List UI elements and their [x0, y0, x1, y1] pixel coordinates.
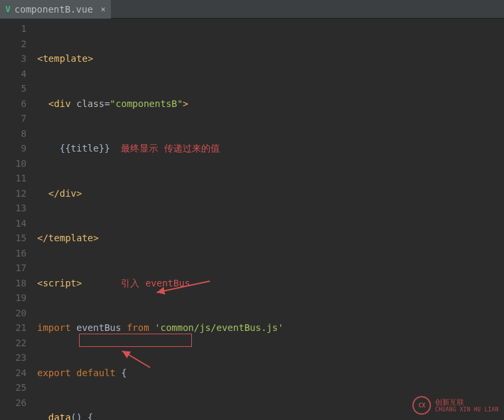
line-number: 26 — [0, 395, 27, 411]
line-number: 17 — [0, 261, 27, 276]
line-number: 8 — [0, 126, 27, 142]
code-line: export default { — [37, 366, 504, 381]
line-number: 14 — [0, 216, 27, 231]
line-number: 19 — [0, 290, 27, 306]
line-number: 25 — [0, 380, 27, 395]
line-number: 22 — [0, 336, 27, 351]
line-number: 15 — [0, 231, 27, 246]
code-area[interactable]: <template> <div class="componentsB"> {{t… — [37, 19, 504, 420]
code-line: <div class="componentsB"> — [37, 96, 504, 112]
line-number: 6 — [0, 96, 27, 112]
annotation-box — [79, 334, 192, 347]
code-line: </template> — [37, 231, 504, 246]
tab-filename: componentB.vue — [15, 4, 93, 15]
line-number: 3 — [0, 51, 27, 66]
line-number: 23 — [0, 350, 27, 366]
code-line: </div> — [37, 186, 504, 201]
line-number: 24 — [0, 366, 27, 381]
line-number: 1 — [0, 21, 27, 37]
line-number: 18 — [0, 276, 27, 291]
annotation-text: 最终显示 传递过来的值 — [121, 143, 219, 154]
line-number: 5 — [0, 81, 27, 96]
line-number: 11 — [0, 171, 27, 186]
file-tab[interactable]: V componentB.vue × — [0, 0, 111, 19]
watermark-logo: CX — [412, 396, 431, 415]
line-number: 12 — [0, 186, 27, 201]
close-icon[interactable]: × — [101, 5, 106, 14]
line-number: 2 — [0, 37, 27, 52]
code-line: <script> 引入 eventBus — [37, 276, 504, 291]
code-editor[interactable]: 1 2 3 4 5 6 7 8 9 10 11 12 13 14 15 16 1… — [0, 19, 504, 420]
line-number: 4 — [0, 66, 27, 82]
line-number: 7 — [0, 111, 27, 126]
code-line: <template> — [37, 51, 504, 66]
tab-bar: V componentB.vue × — [0, 0, 504, 19]
watermark-text: 创新互联 CHUANG XIN HU LIAN — [435, 398, 499, 413]
code-line: {{title}} 最终显示 传递过来的值 — [37, 141, 504, 156]
annotation-text: 引入 eventBus — [82, 278, 190, 288]
line-number: 10 — [0, 156, 27, 171]
line-number: 16 — [0, 246, 27, 261]
vue-icon: V — [5, 4, 11, 14]
line-gutter: 1 2 3 4 5 6 7 8 9 10 11 12 13 14 15 16 1… — [0, 19, 37, 420]
watermark: CX 创新互联 CHUANG XIN HU LIAN — [412, 396, 499, 415]
code-line: import eventBus from 'common/js/eventBus… — [37, 320, 504, 336]
line-number: 9 — [0, 141, 27, 156]
line-number: 20 — [0, 306, 27, 321]
line-number: 21 — [0, 320, 27, 336]
line-number: 13 — [0, 201, 27, 216]
